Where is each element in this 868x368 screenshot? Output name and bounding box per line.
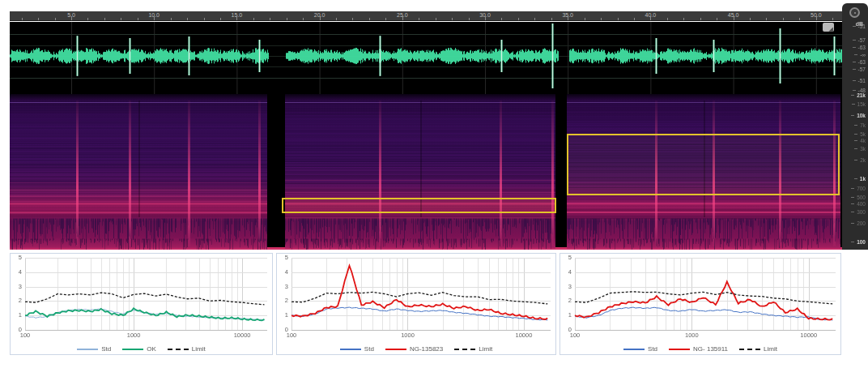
- ruler-tick: [352, 18, 353, 20]
- ruler-tick: [253, 18, 254, 20]
- ruler-tick: [700, 18, 701, 20]
- spectrogram-section: [10, 94, 842, 250]
- ruler-tick: [38, 18, 39, 20]
- db-tick-label: -51: [858, 24, 866, 29]
- ruler-tick: [469, 18, 470, 20]
- legend-line-sample: [168, 349, 189, 350]
- ruler-tick: [436, 18, 436, 20]
- legend-line-sample: [340, 349, 361, 350]
- legend-label: Std: [648, 345, 657, 353]
- db-tick-label: -51: [858, 79, 866, 83]
- legend-label: Limit: [192, 345, 206, 353]
- scale-gutter: dB -51-57-63-∞-63-57-51-4821k15k10k7k5k4…: [842, 3, 868, 250]
- ruler-tick: [220, 18, 221, 20]
- freq-tick-label: 10k: [857, 113, 866, 118]
- legend-label: OK: [147, 345, 156, 353]
- ruler-tick: [568, 16, 568, 20]
- spectrogram-panel-2[interactable]: [285, 94, 555, 250]
- chart-legend: StdNG-135823Limit: [277, 345, 555, 353]
- ruler-tick: [832, 18, 833, 20]
- db-tick-label: -63: [858, 60, 866, 65]
- highlight-region-1: [282, 198, 556, 213]
- freq-tick-label: 3k: [860, 147, 866, 152]
- chart-plot-area: [11, 254, 272, 354]
- ruler-tick: [601, 18, 602, 20]
- db-tick-label: -63: [858, 45, 866, 50]
- freq-tick-label: 700: [857, 186, 866, 191]
- freq-tick-label: 100: [857, 240, 866, 245]
- legend-item: Std: [340, 345, 374, 353]
- legend-label: Std: [364, 345, 374, 353]
- freq-tick-label: 1k: [860, 177, 866, 182]
- ruler-tick: [71, 16, 72, 20]
- freq-tick-label: 300: [857, 210, 866, 215]
- ruler-tick: [138, 18, 138, 20]
- ruler-tick: [402, 16, 403, 20]
- db-tick-label: -57: [858, 38, 866, 43]
- ruler-tick: [816, 16, 817, 20]
- ruler-tick: [766, 18, 767, 20]
- legend-line-sample: [454, 349, 475, 350]
- ruler-tick: [717, 18, 717, 20]
- legend-line-sample: [623, 349, 645, 350]
- ruler-tick: [22, 18, 23, 20]
- freq-tick-label: 21k: [857, 93, 866, 98]
- ruler-tick: [634, 18, 635, 20]
- timeline-ruler[interactable]: 5.010.015.020.025.030.035.040.045.050.0: [10, 11, 842, 21]
- ruler-tick: [485, 16, 486, 20]
- legend-line-sample: [122, 349, 143, 350]
- legend-line-sample: [385, 349, 406, 350]
- ruler-tick: [750, 18, 751, 20]
- legend-item: Limit: [168, 345, 206, 353]
- ruler-tick: [518, 18, 519, 20]
- ruler-tick: [534, 18, 535, 20]
- ruler-tick: [287, 18, 287, 20]
- ruler-tick: [154, 16, 155, 20]
- legend-line-sample: [739, 349, 760, 350]
- ruler-tick: [270, 18, 270, 20]
- chart-plot-area: [277, 254, 555, 354]
- ruler-tick: [551, 18, 552, 20]
- freq-tick-label: 5k: [860, 132, 866, 137]
- ruler-tick: [55, 18, 56, 20]
- legend-item: NG- 135911: [669, 345, 728, 353]
- ruler-tick: [336, 18, 337, 20]
- ruler-tick: [171, 18, 172, 20]
- spectrogram-panel-1[interactable]: [10, 94, 267, 250]
- ruler-tick: [585, 18, 585, 20]
- analysis-chart-1: StdOKLimit: [10, 253, 273, 355]
- legend-line-sample: [669, 349, 690, 350]
- monitor-knob-icon[interactable]: [849, 7, 860, 18]
- ruler-tick: [369, 18, 370, 20]
- ruler-tick: [501, 18, 502, 20]
- ruler-tick: [650, 16, 651, 20]
- freq-tick-label: 200: [857, 221, 866, 226]
- ruler-tick: [187, 18, 188, 20]
- chart-legend: StdOKLimit: [11, 345, 272, 353]
- db-tick-label: -57: [858, 67, 866, 72]
- chart-plot-area: [560, 254, 840, 354]
- ruler-tick: [236, 16, 237, 20]
- legend-label: NG-135823: [410, 345, 443, 353]
- ruler-tick: [320, 16, 321, 20]
- ruler-tick: [303, 18, 304, 20]
- ruler-tick: [799, 18, 800, 20]
- legend-item: Std: [623, 345, 657, 353]
- resize-handle-icon[interactable]: [823, 23, 834, 32]
- ruler-tick: [419, 18, 419, 20]
- ruler-tick: [121, 18, 121, 20]
- ruler-tick: [683, 18, 684, 20]
- ruler-tick: [667, 18, 668, 20]
- freq-tick-label: 2k: [860, 158, 866, 163]
- legend-item: NG-135823: [385, 345, 443, 353]
- ruler-tick: [734, 16, 734, 20]
- freq-tick-label: 400: [857, 202, 866, 207]
- chart-legend: StdNG- 135911Limit: [560, 345, 840, 353]
- ruler-tick: [618, 18, 619, 20]
- analysis-chart-3: StdNG- 135911Limit: [560, 253, 841, 355]
- freq-tick-label: 500: [857, 195, 866, 200]
- analysis-chart-2: StdNG-135823Limit: [276, 253, 556, 355]
- ruler-tick: [783, 18, 784, 20]
- waveform-display[interactable]: [10, 22, 842, 94]
- legend-label: Std: [101, 345, 111, 353]
